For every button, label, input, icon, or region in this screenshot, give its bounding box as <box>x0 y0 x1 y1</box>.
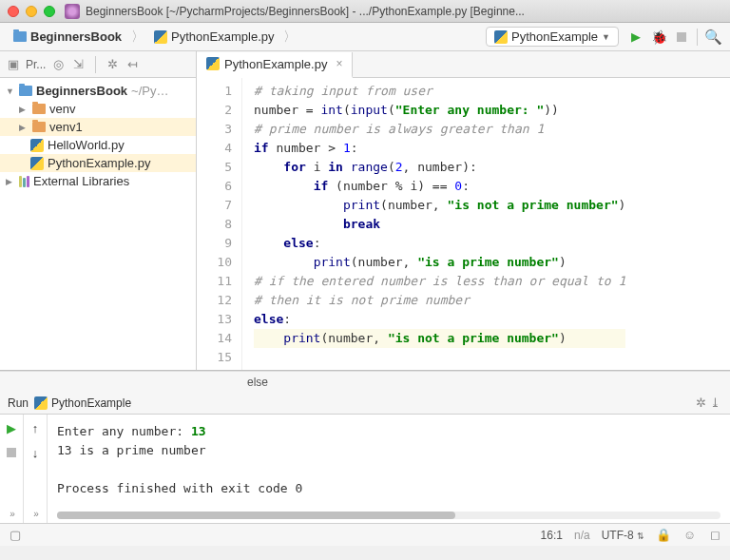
code-line[interactable]: print(number, "is not a prime number") <box>254 329 625 348</box>
window-controls <box>8 6 55 17</box>
run-config-label: PythonExample <box>511 29 598 44</box>
chevron-right-icon: 〉 <box>131 29 144 46</box>
tree-item-venv[interactable]: ▶ venv <box>0 100 196 118</box>
toolwindow-toggle-icon[interactable]: ▢ <box>8 528 22 542</box>
tree-root-path: ~/Py… <box>131 84 168 98</box>
python-file-icon <box>206 57 220 70</box>
chevron-down-icon: ▼ <box>602 32 610 42</box>
scroll-up-button[interactable]: ↑ <box>26 418 45 437</box>
close-window-icon[interactable] <box>8 6 19 17</box>
project-tool-label: Pr... <box>26 58 46 71</box>
target-icon[interactable]: ◎ <box>51 57 66 71</box>
gear-icon[interactable]: ✲ <box>106 57 120 71</box>
readonly-toggle-icon[interactable]: 🔒 <box>656 528 671 542</box>
expand-arrow-icon[interactable]: ▶ <box>6 177 15 186</box>
console-line: Enter any number: 13 <box>57 422 720 441</box>
folder-icon <box>32 122 46 132</box>
folder-icon <box>32 104 46 114</box>
main-area: ▼ BeginnersBook ~/Py… ▶ venv ▶ venv1 Hel… <box>0 78 730 371</box>
project-toolwindow-header[interactable]: ▣ Pr... ◎ ⇲ ✲ ↤ <box>0 51 197 77</box>
collapse-icon[interactable]: ⇲ <box>71 57 86 71</box>
python-file-icon <box>494 30 508 44</box>
code-line[interactable]: # taking input from user <box>254 82 625 101</box>
tree-item-label: venv1 <box>49 120 83 134</box>
play-icon: ▶ <box>631 29 641 44</box>
tree-root[interactable]: ▼ BeginnersBook ~/Py… <box>0 82 196 100</box>
stop-icon <box>7 448 16 457</box>
code-line[interactable]: # then it is not prime number <box>254 291 625 310</box>
run-console[interactable]: Enter any number: 1313 is a prime number… <box>48 415 730 523</box>
scrollbar-thumb[interactable] <box>57 512 455 519</box>
arrow-down-icon: ↓ <box>32 446 39 460</box>
tree-item-helloworld[interactable]: HelloWorld.py <box>0 136 196 154</box>
code-editor[interactable]: 12345678910111213141516 # taking input f… <box>197 78 730 370</box>
inspections-icon[interactable]: ☺ <box>682 528 697 542</box>
tree-item-label: External Libraries <box>33 174 129 188</box>
feedback-icon[interactable]: ◻ <box>708 528 722 542</box>
debug-button[interactable]: 🐞 <box>648 27 669 48</box>
code-line[interactable]: else: <box>254 310 625 329</box>
breadcrumb-file-label: PythonExample.py <box>171 29 274 44</box>
run-header[interactable]: Run PythonExample ✲ ⤓ <box>0 392 730 415</box>
expand-arrow-icon[interactable]: ▼ <box>6 87 15 96</box>
tree-item-label: HelloWorld.py <box>48 138 125 152</box>
editor-tab-pythonexample[interactable]: PythonExample.py × <box>197 52 353 78</box>
code-line[interactable]: # if the entered number is less than or … <box>254 272 625 291</box>
scroll-down-button[interactable]: ↓ <box>26 443 45 462</box>
stop-button[interactable] <box>671 27 692 48</box>
run-button[interactable]: ▶ <box>625 27 646 48</box>
editor-code[interactable]: # taking input from usernumber = int(inp… <box>242 78 625 370</box>
breadcrumb-project[interactable]: BeginnersBook <box>6 28 129 46</box>
code-line[interactable]: if (number % i) == 0: <box>254 177 625 196</box>
breadcrumb-file[interactable]: PythonExample.py <box>146 28 281 46</box>
search-icon: 🔍 <box>704 29 722 46</box>
file-encoding[interactable]: UTF-8 ⇅ <box>602 529 644 542</box>
folder-icon <box>19 86 32 96</box>
code-line[interactable]: for i in range(2, number): <box>254 158 625 177</box>
zoom-window-icon[interactable] <box>44 6 55 17</box>
gear-icon[interactable]: ✲ <box>694 396 708 410</box>
code-line[interactable]: else: <box>254 234 625 253</box>
tool-row: ▣ Pr... ◎ ⇲ ✲ ↤ PythonExample.py × <box>0 51 730 78</box>
python-file-icon <box>154 30 167 44</box>
minimize-window-icon[interactable] <box>26 6 37 17</box>
close-tab-icon[interactable]: × <box>336 57 342 70</box>
code-line[interactable]: break <box>254 215 625 234</box>
window-title: BeginnersBook [~/PycharmProjects/Beginne… <box>86 5 525 18</box>
line-separator[interactable]: n/a <box>574 529 590 542</box>
separator <box>95 56 96 73</box>
libraries-icon <box>19 176 29 187</box>
stop-run-button[interactable] <box>2 443 21 462</box>
search-everywhere-button[interactable]: 🔍 <box>702 27 723 48</box>
tree-external-libs[interactable]: ▶ External Libraries <box>0 172 196 190</box>
more-actions-icon[interactable]: » <box>33 509 37 519</box>
rerun-button[interactable]: ▶ <box>2 418 21 437</box>
tree-root-label: BeginnersBook <box>36 84 127 98</box>
project-sidebar[interactable]: ▼ BeginnersBook ~/Py… ▶ venv ▶ venv1 Hel… <box>0 78 197 370</box>
editor-context-label[interactable]: else <box>247 376 268 389</box>
tree-item-pythonexample[interactable]: PythonExample.py <box>0 154 196 172</box>
separator <box>697 29 698 46</box>
console-line <box>57 460 720 479</box>
expand-arrow-icon[interactable]: ▶ <box>19 123 29 132</box>
code-line[interactable]: if number > 1: <box>254 139 625 158</box>
horizontal-scrollbar[interactable] <box>57 512 720 519</box>
code-line[interactable]: number = int(input("Enter any number: ")… <box>254 101 625 120</box>
more-actions-icon[interactable]: » <box>10 509 13 519</box>
caret-position[interactable]: 16:1 <box>541 529 563 542</box>
breadcrumb-project-label: BeginnersBook <box>30 29 122 44</box>
python-file-icon <box>30 139 44 152</box>
code-line[interactable]: print(number, "is a prime number") <box>254 253 625 272</box>
run-config-selector[interactable]: PythonExample ▼ <box>486 27 619 47</box>
code-line[interactable]: # prime number is always greater than 1 <box>254 120 625 139</box>
expand-arrow-icon[interactable]: ▶ <box>19 105 29 114</box>
tree-item-venv1[interactable]: ▶ venv1 <box>0 118 196 136</box>
editor-gutter[interactable]: 12345678910111213141516 <box>197 78 242 370</box>
pycharm-app-icon <box>65 4 80 19</box>
hide-icon[interactable]: ↤ <box>125 57 140 71</box>
project-tree[interactable]: ▼ BeginnersBook ~/Py… ▶ venv ▶ venv1 Hel… <box>0 78 196 194</box>
editor-tab-label: PythonExample.py <box>224 57 327 71</box>
download-icon[interactable]: ⤓ <box>708 396 722 410</box>
code-line[interactable]: print(number, "is not a prime number") <box>254 196 625 215</box>
status-bar: ▢ 16:1 n/a UTF-8 ⇅ 🔒 ☺ ◻ <box>0 523 730 546</box>
